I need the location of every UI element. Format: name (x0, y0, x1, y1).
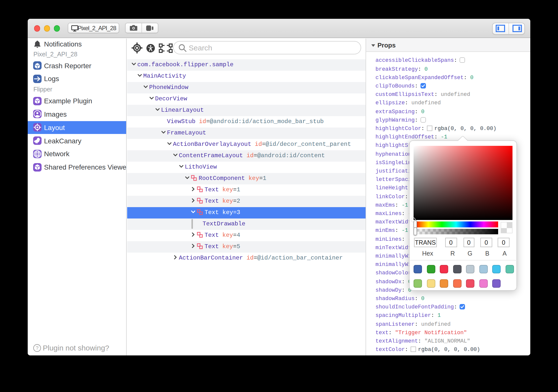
svg-text:?: ? (35, 345, 38, 350)
